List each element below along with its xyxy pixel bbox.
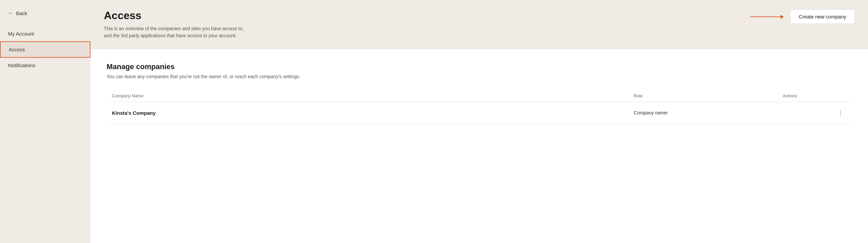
company-name-cell: Kinsta's Company: [106, 102, 628, 124]
sidebar: ← Back My Account Access Notifications: [0, 0, 91, 243]
role-cell: Company owner: [628, 102, 777, 124]
table-row: Kinsta's Company Company owner ⋮: [106, 102, 852, 124]
table-head: Company Name Role Actions: [106, 90, 852, 102]
sidebar-item-access[interactable]: Access: [0, 41, 91, 58]
arrow-line: [750, 17, 783, 17]
page-header: Access This is an overview of the compan…: [91, 0, 868, 49]
arrow-indicator: [750, 17, 783, 17]
sidebar-item-label: Notifications: [8, 62, 35, 68]
create-company-button[interactable]: Create new company: [790, 9, 855, 24]
companies-table: Company Name Role Actions Kinsta's Compa…: [106, 90, 852, 124]
actions-cell: ⋮: [777, 102, 852, 124]
manage-companies-title: Manage companies: [106, 62, 852, 71]
more-actions-button[interactable]: ⋮: [835, 108, 846, 117]
back-arrow-icon: ←: [8, 10, 13, 16]
table-header-row: Company Name Role Actions: [106, 90, 852, 102]
header-actions: Create new company: [750, 9, 855, 24]
content-panel: Manage companies You can leave any compa…: [91, 49, 868, 243]
sidebar-nav: My Account Access Notifications: [0, 26, 91, 73]
page-description: This is an overview of the companies and…: [104, 25, 750, 39]
sidebar-item-notifications[interactable]: Notifications: [0, 58, 91, 73]
col-header-role: Role: [628, 90, 777, 102]
table-body: Kinsta's Company Company owner ⋮: [106, 102, 852, 124]
sidebar-item-label: My Account: [8, 31, 34, 36]
page-title-area: Access This is an overview of the compan…: [104, 9, 750, 39]
col-header-actions: Actions: [777, 90, 852, 102]
page-title: Access: [104, 9, 750, 22]
back-link[interactable]: ← Back: [0, 7, 91, 20]
manage-companies-description: You can leave any companies that you're …: [106, 74, 852, 79]
main-content: Access This is an overview of the compan…: [91, 0, 868, 243]
back-label: Back: [16, 10, 27, 16]
sidebar-item-label: Access: [9, 47, 25, 52]
sidebar-item-my-account[interactable]: My Account: [0, 26, 91, 41]
col-header-company-name: Company Name: [106, 90, 628, 102]
